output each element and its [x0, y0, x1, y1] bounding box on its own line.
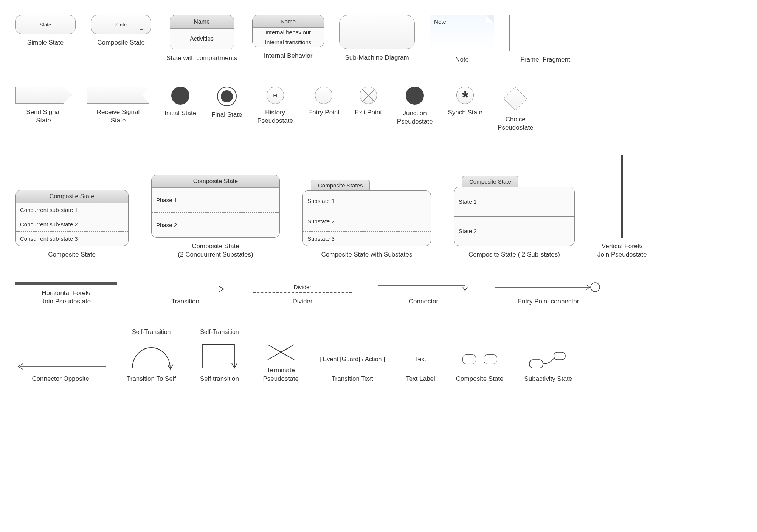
transition-icon [144, 285, 227, 293]
cell-transition: Transition [144, 285, 227, 306]
self-trans-sq-text: Self-Transition [200, 329, 239, 336]
composite-3-row-2: Consurrent sub-state 3 [16, 232, 128, 246]
cell-terminate: Terminate Pseudostate [263, 343, 299, 383]
divider-label: Divider [293, 297, 313, 306]
cell-entry-point: Entry Point [308, 87, 340, 117]
internal-row-2: Internal transitions [253, 37, 324, 47]
terminate-icon [266, 343, 296, 362]
final-state-icon [217, 87, 237, 106]
cell-final-state: Final State [211, 87, 242, 119]
composite-state-shape: State [91, 15, 151, 34]
frame-tab [510, 15, 532, 25]
note-shape: Note [430, 15, 494, 51]
simple-state-shape: State [15, 15, 76, 34]
terminate-label: Terminate Pseudostate [263, 366, 299, 383]
state-compartments-label: State with compartments [166, 54, 237, 62]
transition-label: Transition [171, 297, 199, 306]
cell-self-transition-sq: Self-Transition Self transition [197, 329, 242, 383]
composite-3-title: Composite State [16, 190, 128, 203]
state-compartments-name: Name [170, 15, 234, 29]
cell-internal-behavior: Name Internal behaviour Internal transit… [252, 15, 324, 60]
self-trans-sq-icon [197, 340, 242, 370]
tab-sub-row-2: Substate 3 [303, 232, 431, 246]
simple-state-text: State [40, 22, 51, 28]
cell-simple-state: State Simple State [15, 15, 76, 47]
state-compartments-shape: Name Activities [170, 15, 234, 49]
divider-icon: Divider [253, 292, 352, 293]
cell-state-compartments: Name Activities State with compartments [166, 15, 237, 62]
vertical-fork-label: Vertical Forek/ Join Pseudostate [597, 242, 647, 259]
cell-entry-connector: Entry Point connector [495, 281, 601, 306]
composite-2-shape: Composite State Phase 1 Phase 2 [151, 175, 280, 238]
cell-self-transition-arc: Self-Transition Transition To Self [127, 329, 176, 383]
connector-opposite-label: Connector Opposite [32, 375, 89, 383]
vertical-fork-icon [621, 155, 623, 238]
svg-point-4 [591, 283, 600, 292]
cell-transition-text: [ Event [Guard] / Action ] Transition Te… [320, 356, 385, 383]
internal-row-1: Internal behaviour [253, 28, 324, 37]
cell-composite-tab-sub: Composite States Substate 1 Substate 2 S… [302, 190, 431, 259]
composite-state-label: Composite State [97, 39, 145, 47]
cell-divider: Divider Divider [253, 292, 352, 306]
composite-tab-2-tab: Composite State [462, 176, 518, 187]
composite-3-row-1: Concurrent sub-state 2 [16, 217, 128, 232]
horizontal-fork-icon [15, 282, 117, 285]
horizontal-fork-label: Horizontal Forek/ Join Pseudostate [42, 289, 91, 306]
svg-rect-9 [554, 352, 565, 360]
cell-horizontal-fork: Horizontal Forek/ Join Pseudostate [15, 282, 117, 306]
subactivity-label: Subactivity State [524, 375, 572, 383]
composite-tab-sub-label: Composite State with Substates [321, 251, 413, 259]
text-label-label: Text Label [406, 375, 435, 383]
row-connectors: Horizontal Forek/ Join Pseudostate Trans… [15, 281, 742, 306]
cell-subactivity: Subactivity State [524, 351, 572, 383]
exit-point-label: Exit Point [355, 108, 382, 117]
synch-label: Synch State [448, 108, 482, 117]
transition-text-label: Transition Text [332, 375, 373, 383]
divider-text: Divider [294, 284, 312, 290]
note-text: Note [434, 19, 446, 25]
cell-synch-state: * Synch State [448, 87, 482, 117]
submachine-shape [339, 15, 415, 49]
cell-vertical-fork: Vertical Forek/ Join Pseudostate [597, 155, 647, 259]
submachine-label: Sub-Machine Diagram [345, 54, 409, 62]
svg-rect-8 [529, 360, 543, 368]
final-state-label: Final State [211, 111, 242, 119]
entry-point-label: Entry Point [308, 108, 340, 117]
state-compartments-activities: Activities [170, 29, 234, 49]
self-trans-arc-label: Transition To Self [127, 375, 176, 383]
recv-signal-label: Receive Signal State [97, 108, 140, 125]
send-signal-label: Send Signal State [26, 108, 61, 125]
cell-send-signal: Send Signal State [15, 87, 72, 125]
composite-2-row-0: Phase 1 [152, 188, 279, 213]
cell-connector: Connector [378, 281, 469, 306]
cell-text-label: Text Text Label [406, 356, 435, 383]
cell-recv-signal: Receive Signal State [87, 87, 149, 125]
composite-2-title: Composite State [152, 175, 279, 188]
history-letter: H [273, 92, 277, 99]
tab-sub-row-1: Substate 2 [303, 211, 431, 232]
cell-composite-3: Composite State Concurrent sub-state 1 C… [15, 190, 129, 259]
cell-exit-point: Exit Point [355, 87, 382, 117]
recv-signal-shape [87, 87, 149, 104]
tab-2-row-1: State 2 [454, 217, 574, 246]
frame-label: Frame, Fragment [520, 56, 570, 64]
tab-2-row-0: State 1 [454, 187, 574, 217]
entry-connector-label: Entry Point connector [518, 297, 579, 306]
composite-tab-sub-tab: Composite States [311, 180, 370, 190]
connector-opposite-icon [15, 363, 106, 370]
composite-2-label: Composite State (2 Concuurrent Substates… [178, 242, 253, 259]
self-trans-sq-label: Self transition [200, 375, 239, 383]
cell-composite-tab-2: Composite State State 1 State 2 Composit… [454, 187, 575, 259]
junction-icon [406, 87, 424, 105]
text-label-text: Text [415, 356, 426, 363]
synch-glyph: * [462, 85, 468, 106]
frame-shape [509, 15, 581, 51]
choice-icon [504, 87, 527, 110]
cell-frame: Frame, Fragment [509, 15, 581, 64]
initial-state-icon [171, 87, 189, 105]
composite-tab-sub-shape: Composite States Substate 1 Substate 2 S… [302, 190, 431, 246]
composite-2-row-1: Phase 2 [152, 213, 279, 237]
cell-junction: Junction Pseudostate [397, 87, 433, 126]
internal-behavior-shape: Name Internal behaviour Internal transit… [252, 15, 324, 47]
exit-point-icon [360, 87, 377, 104]
